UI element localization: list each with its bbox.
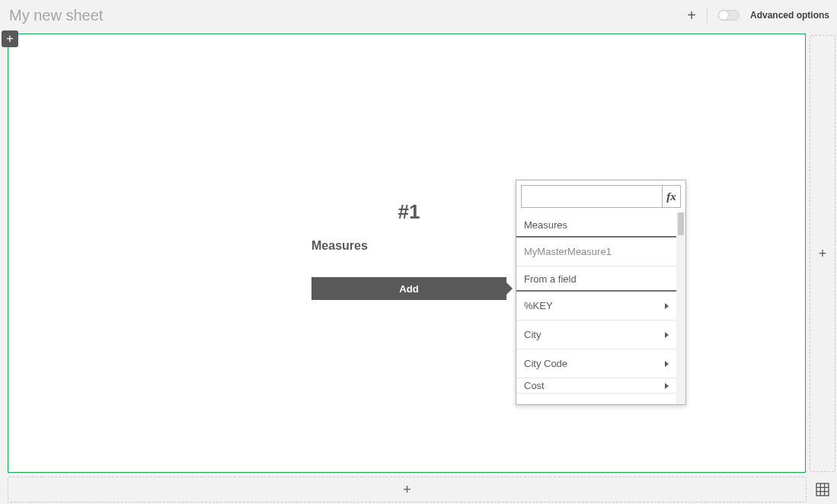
canvas-wrap: + #1 Measures Add fx Measure: [2, 30, 807, 474]
sheet-title[interactable]: My new sheet: [9, 7, 103, 24]
section-from-field: From a field: [516, 266, 676, 292]
advanced-options-toggle[interactable]: [718, 10, 740, 21]
field-item[interactable]: City Code: [516, 349, 676, 378]
field-item-label: City: [524, 329, 541, 340]
add-measure-button[interactable]: Add: [311, 277, 506, 300]
svg-rect-0: [816, 483, 829, 496]
plus-icon: +: [403, 482, 411, 498]
plus-icon: +: [819, 246, 827, 262]
section-measures: Measures: [516, 212, 676, 238]
workspace: + #1 Measures Add fx Measure: [2, 30, 835, 502]
divider: [707, 7, 708, 24]
header-bar: My new sheet + Advanced options: [0, 0, 837, 30]
chevron-right-icon: [665, 303, 669, 309]
data-table-button[interactable]: [813, 480, 832, 499]
add-sheet-button[interactable]: +: [687, 8, 696, 23]
field-item[interactable]: Cost: [516, 378, 676, 394]
add-panel-bottom[interactable]: +: [8, 477, 807, 502]
plus-icon: +: [6, 32, 13, 46]
field-item-label: Cost: [524, 380, 545, 391]
popover-scrollbar-thumb[interactable]: [678, 212, 684, 235]
measure-picker-popover: fx Measures MyMasterMeasure1 From a fiel…: [516, 180, 686, 405]
fx-icon: fx: [666, 190, 676, 203]
chevron-right-icon: [665, 383, 669, 389]
advanced-options-label: Advanced options: [750, 10, 829, 21]
measure-item-label: MyMasterMeasure1: [524, 246, 612, 257]
measure-item[interactable]: MyMasterMeasure1: [516, 238, 676, 266]
field-item-label: %KEY: [524, 300, 553, 311]
table-icon: [816, 483, 829, 496]
chevron-right-icon: [665, 361, 669, 367]
canvas-add-handle[interactable]: +: [2, 30, 18, 47]
popover-scrollbar[interactable]: [676, 212, 685, 404]
sheet-canvas[interactable]: #1 Measures Add fx Measures: [8, 33, 806, 473]
add-button-label: Add: [399, 283, 418, 295]
header-actions: + Advanced options: [687, 7, 829, 24]
measures-heading: Measures: [311, 239, 506, 253]
expression-editor-button[interactable]: fx: [663, 185, 681, 208]
field-item-label: City Code: [524, 358, 567, 369]
visualization-placeholder: #1 Measures Add: [311, 200, 506, 300]
chevron-right-icon: [665, 332, 669, 338]
add-panel-right[interactable]: +: [810, 35, 835, 472]
popover-scroll: Measures MyMasterMeasure1 From a field %…: [516, 212, 676, 404]
popover-search-input[interactable]: [521, 185, 663, 208]
field-item[interactable]: City: [516, 321, 676, 349]
field-item[interactable]: %KEY: [516, 292, 676, 321]
placeholder-number: #1: [311, 200, 506, 224]
popover-body: Measures MyMasterMeasure1 From a field %…: [516, 212, 685, 404]
popover-search-row: fx: [516, 180, 685, 212]
